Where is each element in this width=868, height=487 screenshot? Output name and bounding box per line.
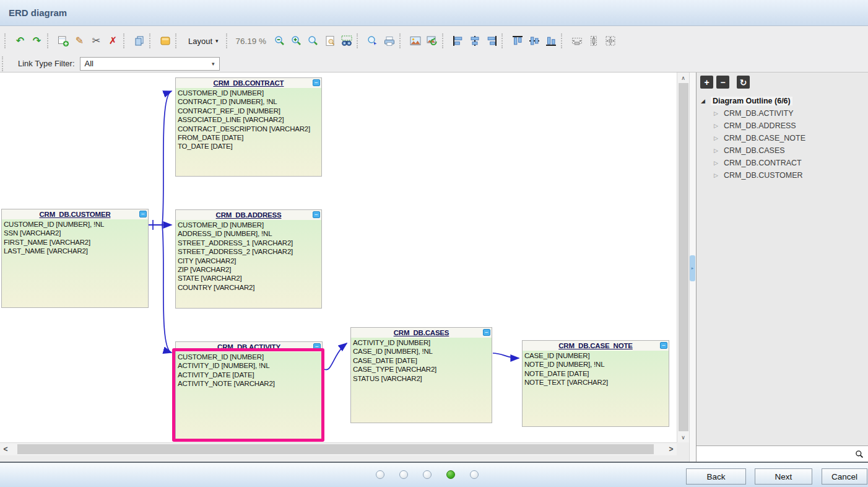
edit-icon[interactable]: ✎ bbox=[71, 33, 88, 49]
link-type-filter-select[interactable]: All ▾ bbox=[80, 57, 220, 71]
wizard-step-dot[interactable] bbox=[470, 470, 479, 479]
back-button[interactable]: Back bbox=[686, 468, 746, 485]
entity-field: TO_DATE [DATE] bbox=[178, 142, 321, 151]
link-filter-toolbar: Link Type Filter: All ▾ bbox=[0, 55, 868, 72]
same-height-icon[interactable] bbox=[585, 33, 602, 49]
diagram-toolbar: ↶ ↷ ✎ ✂ ✗ Layout ▾ 76.19 % bbox=[0, 27, 868, 55]
layout-menu-button[interactable]: Layout ▾ bbox=[183, 35, 224, 48]
entity-crm-db-address[interactable]: CRM_DB.ADDRESS − CUSTOMER_ID [NUMBER] AD… bbox=[175, 209, 322, 309]
entity-field: NOTE_DATE [DATE] bbox=[524, 369, 669, 378]
outline-item-customer[interactable]: ▷ CRM_DB.CUSTOMER bbox=[697, 169, 868, 182]
collapse-entity-button[interactable]: − bbox=[313, 343, 321, 350]
align-left-icon[interactable] bbox=[449, 33, 466, 49]
entity-crm-db-cases[interactable]: CRM_DB.CASES − ACTIVITY_ID [NUMBER] CASE… bbox=[350, 327, 492, 423]
outline-root-node[interactable]: ◢ Diagram Outline (6/6) bbox=[697, 95, 868, 107]
canvas-horizontal-scrollbar[interactable]: < > bbox=[0, 442, 677, 455]
refresh-image-icon[interactable] bbox=[423, 33, 440, 49]
entity-field: STREET_ADDRESS_1 [VARCHAR2] bbox=[178, 239, 321, 247]
outline-item-activity[interactable]: ▷ CRM_DB.ACTIVITY bbox=[697, 107, 868, 120]
same-size-icon[interactable] bbox=[602, 33, 618, 49]
entity-title-bar[interactable]: CRM_DB.CUSTOMER − bbox=[2, 209, 148, 219]
entity-field: ADDRESS_ID [NUMBER], !NL bbox=[178, 229, 321, 238]
align-top-icon[interactable] bbox=[509, 33, 526, 49]
cut-icon[interactable]: ✂ bbox=[88, 33, 105, 49]
entity-title-bar[interactable]: CRM_DB.ACTIVITY − bbox=[176, 342, 322, 352]
entity-field: COUNTRY [VARCHAR2] bbox=[178, 283, 321, 292]
tree-collapsed-icon[interactable]: ▷ bbox=[714, 172, 724, 178]
entity-crm-db-case-note[interactable]: CRM_DB.CASE_NOTE − CASE_ID [NUMBER] NOTE… bbox=[522, 340, 669, 427]
collapse-entity-button[interactable]: − bbox=[313, 79, 320, 86]
align-middle-v-icon[interactable] bbox=[526, 33, 542, 49]
cancel-button[interactable]: Cancel bbox=[822, 468, 867, 485]
outline-item-address[interactable]: ▷ CRM_DB.ADDRESS bbox=[697, 120, 868, 132]
entity-crm-db-activity[interactable]: CRM_DB.ACTIVITY − CUSTOMER_ID [NUMBER] A… bbox=[175, 341, 323, 441]
wizard-step-dot[interactable] bbox=[399, 470, 408, 479]
zoom-out-icon[interactable] bbox=[271, 33, 288, 49]
wizard-step-dot[interactable] bbox=[423, 470, 432, 479]
expand-all-button[interactable]: + bbox=[700, 76, 713, 89]
collapse-entity-button[interactable]: − bbox=[483, 329, 490, 336]
zoom-normal-icon[interactable] bbox=[305, 33, 321, 49]
entity-title: CRM_DB.CONTRACT bbox=[214, 79, 284, 87]
zoom-page-icon[interactable] bbox=[321, 33, 338, 49]
refresh-outline-button[interactable]: ↻ bbox=[737, 76, 750, 89]
page-title: ERD diagram bbox=[9, 7, 67, 18]
collapse-entity-button[interactable]: − bbox=[139, 211, 147, 217]
outline-search-input[interactable] bbox=[697, 445, 868, 462]
export-image-icon[interactable] bbox=[407, 33, 423, 49]
entity-title-bar[interactable]: CRM_DB.ADDRESS − bbox=[176, 210, 321, 220]
outline-item-label: CRM_DB.CUSTOMER bbox=[724, 171, 803, 180]
tree-collapsed-icon[interactable]: ▷ bbox=[714, 123, 724, 129]
outline-item-label: CRM_DB.ACTIVITY bbox=[724, 109, 794, 118]
panel-collapse-handle[interactable]: ▸ bbox=[690, 255, 695, 281]
copy-icon[interactable] bbox=[131, 33, 147, 49]
note-icon[interactable] bbox=[157, 33, 173, 49]
entity-field: LAST_NAME [VARCHAR2] bbox=[4, 247, 148, 255]
collapse-entity-button[interactable]: − bbox=[660, 342, 667, 349]
outline-item-label: CRM_DB.CASE_NOTE bbox=[724, 134, 805, 143]
entity-title-bar[interactable]: CRM_DB.CASES − bbox=[351, 328, 492, 338]
collapse-entity-button[interactable]: − bbox=[313, 211, 320, 218]
zoom-in-icon[interactable] bbox=[288, 33, 305, 49]
scroll-left-arrow[interactable]: < bbox=[0, 443, 11, 455]
tree-expanded-icon[interactable]: ◢ bbox=[701, 98, 711, 104]
wizard-step-dot[interactable] bbox=[446, 470, 455, 479]
entity-field: ACTIVITY_NOTE [VARCHAR2] bbox=[178, 379, 322, 388]
entity-title-bar[interactable]: CRM_DB.CASE_NOTE − bbox=[523, 341, 669, 351]
entity-field: CUSTOMER_ID [NUMBER] bbox=[178, 353, 322, 361]
undo-icon[interactable]: ↶ bbox=[12, 33, 28, 49]
align-right-icon[interactable] bbox=[483, 33, 500, 49]
outline-item-case-note[interactable]: ▷ CRM_DB.CASE_NOTE bbox=[697, 132, 868, 144]
outline-item-contract[interactable]: ▷ CRM_DB.CONTRACT bbox=[697, 157, 868, 169]
wizard-step-dot[interactable] bbox=[376, 470, 384, 479]
find-objects-icon[interactable] bbox=[338, 33, 355, 49]
next-button[interactable]: Next bbox=[755, 468, 812, 485]
entity-crm-db-contract[interactable]: CRM_DB.CONTRACT − CUSTOMER_ID [NUMBER] C… bbox=[175, 77, 322, 177]
tree-collapsed-icon[interactable]: ▷ bbox=[714, 135, 724, 141]
tree-collapsed-icon[interactable]: ▷ bbox=[714, 110, 724, 116]
outline-item-label: CRM_DB.ADDRESS bbox=[724, 121, 796, 130]
align-center-h-icon[interactable] bbox=[466, 33, 483, 49]
collapse-all-button[interactable]: − bbox=[716, 76, 729, 89]
window-title-bar: ERD diagram bbox=[0, 0, 868, 26]
horizontal-scroll-thumb[interactable] bbox=[17, 444, 654, 454]
vertical-scroll-thumb[interactable] bbox=[679, 83, 688, 431]
tree-collapsed-icon[interactable]: ▷ bbox=[714, 147, 724, 154]
redo-icon[interactable]: ↷ bbox=[28, 33, 45, 49]
canvas-vertical-scrollbar[interactable]: ∧ ∨ bbox=[677, 72, 689, 442]
entity-field: CUSTOMER_ID [NUMBER] bbox=[178, 221, 321, 229]
add-object-icon[interactable] bbox=[54, 33, 71, 49]
outline-item-cases[interactable]: ▷ CRM_DB.CASES bbox=[697, 144, 868, 157]
scroll-down-arrow[interactable]: ∨ bbox=[677, 432, 689, 442]
entity-title-bar[interactable]: CRM_DB.CONTRACT − bbox=[176, 78, 321, 88]
print-icon[interactable] bbox=[381, 33, 397, 49]
delete-icon[interactable]: ✗ bbox=[105, 33, 121, 49]
scroll-right-arrow[interactable]: > bbox=[666, 443, 677, 455]
same-width-icon[interactable] bbox=[568, 33, 585, 49]
align-bottom-icon[interactable] bbox=[542, 33, 559, 49]
scroll-up-arrow[interactable]: ∧ bbox=[677, 72, 689, 83]
toolbar-separator bbox=[357, 33, 361, 48]
tree-collapsed-icon[interactable]: ▷ bbox=[714, 160, 724, 166]
entity-crm-db-customer[interactable]: CRM_DB.CUSTOMER − CUSTOMER_ID [NUMBER], … bbox=[1, 209, 149, 308]
zoom-selection-icon[interactable] bbox=[364, 33, 381, 49]
